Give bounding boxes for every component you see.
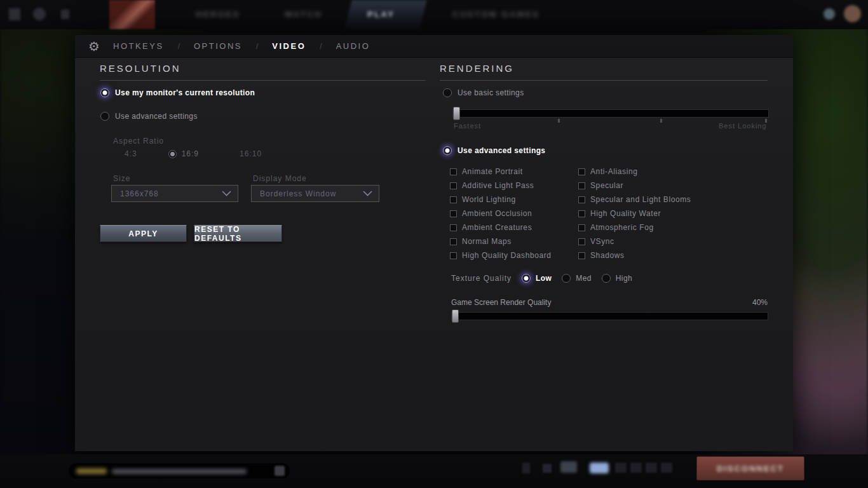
aspect-16-9-radio[interactable] bbox=[168, 150, 177, 158]
nav-custom-games[interactable]: CUSTOM GAMES bbox=[452, 10, 539, 19]
aspect-16-9-option[interactable]: 16:9 bbox=[182, 149, 199, 158]
texture-low-label[interactable]: Low bbox=[536, 274, 552, 283]
normal-maps-checkbox[interactable] bbox=[450, 238, 457, 245]
slider-min-label: Fastest bbox=[454, 122, 481, 130]
tab-video[interactable]: VIDEO bbox=[272, 41, 306, 51]
checkbox-row-anti-aliasing[interactable]: Anti-Aliasing bbox=[578, 165, 691, 179]
aspect-16-10-option[interactable]: 16:10 bbox=[240, 149, 262, 158]
aspect-4-3-option[interactable]: 4:3 bbox=[125, 149, 137, 158]
dota2-logo[interactable] bbox=[109, 0, 155, 29]
display-mode-dropdown-value: Borderless Window bbox=[260, 189, 336, 198]
disconnect-button-label: DISCONNECT bbox=[717, 464, 784, 473]
reset-to-defaults-button[interactable]: RESET TO DEFAULTS bbox=[194, 225, 282, 242]
advanced-settings-radio[interactable] bbox=[443, 146, 452, 155]
tab-options[interactable]: OPTIONS bbox=[194, 41, 242, 51]
chat-emoticon-icon[interactable] bbox=[275, 466, 285, 476]
nav-watch[interactable]: WATCH bbox=[285, 10, 322, 19]
friends-slot-icon[interactable] bbox=[615, 463, 627, 473]
checkbox-row-additive-light-pass[interactable]: Additive Light Pass bbox=[450, 179, 552, 193]
settings-icon[interactable] bbox=[33, 8, 46, 20]
basic-settings-radio[interactable] bbox=[443, 88, 452, 97]
texture-low-radio[interactable] bbox=[522, 274, 531, 283]
profile-icon[interactable] bbox=[9, 8, 20, 20]
console-icon[interactable] bbox=[560, 461, 577, 473]
bottom-status-bar: DISCONNECT bbox=[0, 454, 868, 488]
disconnect-button[interactable]: DISCONNECT bbox=[696, 456, 804, 480]
world-lighting-checkbox[interactable] bbox=[450, 196, 457, 203]
checkbox-row-specular-and-light-blooms[interactable]: Specular and Light Blooms bbox=[578, 193, 691, 207]
animate-portrait-checkbox[interactable] bbox=[450, 168, 457, 175]
currency-icon[interactable] bbox=[824, 8, 835, 20]
texture-high-label[interactable]: High bbox=[616, 274, 632, 283]
advanced-resolution-radio[interactable] bbox=[100, 112, 109, 121]
vsync-checkbox[interactable] bbox=[578, 238, 585, 245]
monitor-resolution-radio[interactable] bbox=[100, 88, 109, 97]
checkbox-label: Normal Maps bbox=[462, 237, 512, 246]
specular-checkbox[interactable] bbox=[578, 182, 585, 189]
additive-light-pass-checkbox[interactable] bbox=[450, 182, 457, 189]
chat-input[interactable] bbox=[69, 463, 290, 478]
size-dropdown[interactable]: 868x488 bbox=[111, 185, 238, 202]
checkbox-row-vsync[interactable]: VSync bbox=[578, 234, 691, 248]
checkbox-label: Specular and Light Blooms bbox=[590, 195, 691, 204]
chat-message-smudge bbox=[112, 469, 247, 474]
checkbox-row-shadows[interactable]: Shadows bbox=[578, 248, 691, 262]
high-quality-water-checkbox[interactable] bbox=[578, 210, 585, 217]
ambient-creatures-checkbox[interactable] bbox=[450, 224, 457, 231]
nav-play[interactable]: PLAY bbox=[367, 10, 395, 19]
tab-audio[interactable]: AUDIO bbox=[336, 41, 370, 51]
ambient-occlusion-checkbox[interactable] bbox=[450, 210, 457, 217]
chat-username-smudge bbox=[76, 468, 107, 474]
texture-med-radio[interactable] bbox=[562, 274, 571, 283]
checkbox-label: High Quality Dashboard bbox=[462, 251, 552, 260]
inventory-icon[interactable] bbox=[543, 464, 552, 473]
advanced-settings-radio-row[interactable]: Use advanced settings bbox=[443, 146, 545, 155]
high-quality-dashboard-checkbox[interactable] bbox=[450, 252, 457, 259]
checkbox-row-atmospheric-fog[interactable]: Atmospheric Fog bbox=[578, 220, 691, 234]
friends-slot-icon[interactable] bbox=[661, 463, 672, 473]
texture-high-radio[interactable] bbox=[602, 274, 611, 283]
checkbox-row-high-quality-water[interactable]: High Quality Water bbox=[578, 207, 691, 220]
checkbox-row-world-lighting[interactable]: World Lighting bbox=[450, 193, 552, 207]
avatar[interactable] bbox=[844, 5, 861, 22]
checkbox-row-animate-portrait[interactable]: Animate Portrait bbox=[450, 165, 552, 179]
nav-heroes[interactable]: HEROES bbox=[196, 10, 240, 19]
party-icon[interactable] bbox=[590, 463, 609, 473]
anti-aliasing-checkbox[interactable] bbox=[578, 168, 585, 175]
display-mode-dropdown[interactable]: Borderless Window bbox=[251, 185, 379, 202]
back-icon[interactable] bbox=[61, 10, 69, 19]
render-quality-slider-handle[interactable] bbox=[452, 309, 459, 323]
advanced-settings-label: Use advanced settings bbox=[458, 146, 545, 155]
slider-tick bbox=[660, 119, 662, 123]
texture-med-label[interactable]: Med bbox=[576, 274, 592, 283]
basic-quality-slider-track[interactable] bbox=[452, 109, 769, 118]
tab-separator: / bbox=[320, 42, 322, 51]
atmospheric-fog-checkbox[interactable] bbox=[578, 224, 585, 231]
shadows-checkbox[interactable] bbox=[578, 252, 585, 259]
checkbox-label: Atmospheric Fog bbox=[590, 223, 654, 232]
advanced-resolution-radio-row[interactable]: Use advanced settings bbox=[100, 112, 198, 121]
checkbox-row-normal-maps[interactable]: Normal Maps bbox=[450, 234, 552, 248]
settings-gear-icon: ⚙ bbox=[81, 39, 107, 54]
basic-quality-slider-handle[interactable] bbox=[453, 107, 460, 120]
render-quality-slider-track[interactable] bbox=[451, 312, 768, 320]
render-options-right-column: Anti-Aliasing Specular Specular and Ligh… bbox=[578, 165, 691, 262]
aspect-ratio-label: Aspect Ratio bbox=[113, 137, 164, 146]
tab-hotkeys[interactable]: HOTKEYS bbox=[113, 41, 164, 51]
render-quality-value: 40% bbox=[736, 298, 768, 307]
shop-icon[interactable] bbox=[522, 463, 530, 473]
checkbox-row-ambient-occlusion[interactable]: Ambient Occlusion bbox=[450, 207, 552, 220]
checkbox-label: Anti-Aliasing bbox=[590, 167, 638, 176]
chevron-down-icon bbox=[363, 191, 372, 196]
checkbox-row-specular[interactable]: Specular bbox=[578, 179, 691, 193]
monitor-resolution-radio-row[interactable]: Use my monitor's current resolution bbox=[100, 88, 255, 97]
checkbox-label: Ambient Creatures bbox=[462, 223, 532, 232]
checkbox-row-ambient-creatures[interactable]: Ambient Creatures bbox=[450, 220, 552, 234]
friends-slot-icon[interactable] bbox=[646, 463, 657, 473]
apply-button[interactable]: APPLY bbox=[100, 225, 187, 242]
checkbox-row-high-quality-dashboard[interactable]: High Quality Dashboard bbox=[450, 248, 552, 262]
settings-panel: ⚙ HOTKEYS / OPTIONS / VIDEO / AUDIO RESO… bbox=[75, 35, 793, 451]
specular-and-light-blooms-checkbox[interactable] bbox=[578, 196, 585, 203]
basic-settings-radio-row[interactable]: Use basic settings bbox=[443, 88, 524, 97]
friends-slot-icon[interactable] bbox=[630, 463, 642, 473]
